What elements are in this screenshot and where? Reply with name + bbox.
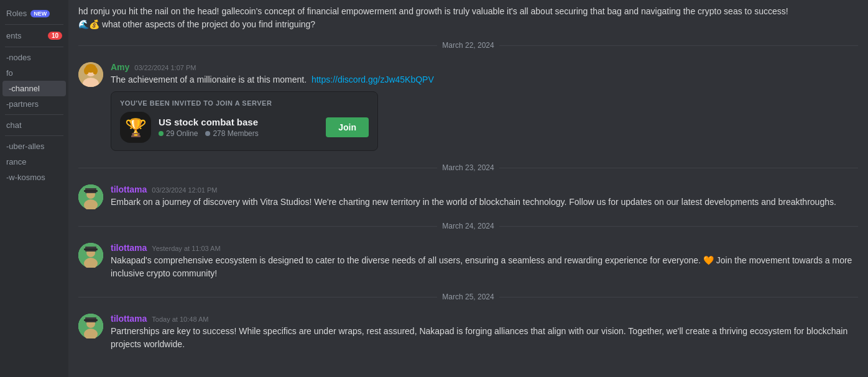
- tilottama2-message-header: tilottama Yesterday at 11:03 AM: [111, 243, 858, 253]
- sidebar-divider-2: [5, 47, 63, 47]
- messages-container[interactable]: hd ronju you hit the nail on the head! g…: [68, 0, 868, 377]
- events-count: 10: [48, 32, 62, 40]
- sidebar-roles[interactable]: Roles NEW: [0, 5, 68, 22]
- svg-rect-23: [84, 319, 98, 321]
- members-count: 278 Members: [213, 129, 258, 138]
- tilottama3-text: Partnerships are key to success! While s…: [111, 325, 858, 351]
- tilottama2-text-part1: Nakapad's comprehensive ecosystem is des…: [111, 255, 701, 265]
- sidebar-divider-4: [5, 135, 63, 136]
- tilottama3-username: tilottama: [111, 314, 147, 324]
- svg-rect-11: [84, 190, 98, 192]
- partial-text: hd ronju you hit the nail on the head! g…: [78, 6, 788, 16]
- tilottama1-username: tilottama: [111, 184, 147, 194]
- server-info: US stock combat base 29 Online 278 Membe…: [159, 117, 318, 138]
- sidebar-item-kosmos[interactable]: -w-kosmos: [0, 170, 68, 185]
- amy-message-text: The achievement of a millionaire is at t…: [111, 73, 858, 86]
- tilottama1-text: Embark on a journey of discovery with Vi…: [111, 196, 858, 209]
- amy-message-header: Amy 03/22/2024 1:07 PM: [111, 62, 858, 72]
- date-divider-march23: March 23, 2024: [78, 163, 858, 172]
- channel-label: -uber-alles: [6, 142, 44, 151]
- tilottama2-message-group: tilottama Yesterday at 11:03 AM Nakapad'…: [78, 240, 858, 283]
- channel-label: rance: [6, 157, 27, 166]
- events-label: ents: [6, 31, 22, 40]
- sidebar-item-nodes[interactable]: -nodes: [0, 50, 68, 65]
- sidebar-item-channel[interactable]: -channel: [2, 81, 66, 96]
- sidebar-item-partners[interactable]: -partners: [0, 96, 68, 112]
- tilottama3-message-content: tilottama Today at 10:48 AM Partnerships…: [111, 314, 858, 351]
- tilottama3-message-header: tilottama Today at 10:48 AM: [111, 314, 858, 324]
- server-name: US stock combat base: [159, 117, 318, 127]
- svg-point-4: [84, 67, 89, 75]
- sidebar-item-chat[interactable]: chat: [0, 117, 68, 133]
- roles-label: Roles: [6, 9, 27, 18]
- date-divider-march22: March 22, 2024: [78, 41, 858, 50]
- online-stat: 29 Online: [159, 129, 198, 138]
- channel-label: -channel: [9, 84, 40, 93]
- amy-text: The achievement of a millionaire is at t…: [111, 75, 307, 84]
- members-stat: 278 Members: [205, 129, 258, 138]
- join-server-button[interactable]: Join: [326, 117, 369, 137]
- tilottama2-emoji: 🧡: [703, 255, 716, 265]
- amy-username: Amy: [111, 62, 129, 72]
- date-divider-march24: March 24, 2024: [78, 222, 858, 230]
- amy-message-content: Amy 03/22/2024 1:07 PM The achievement o…: [111, 62, 858, 151]
- amy-invite-link[interactable]: https://discord.gg/zJw45KbQPV: [312, 75, 434, 84]
- server-icon: 🏆: [120, 112, 151, 143]
- partial-emoji: 🌊💰: [78, 19, 99, 29]
- online-dot: [159, 131, 164, 136]
- invite-card: YOU'VE BEEN INVITED TO JOIN A SERVER 🏆 U…: [111, 91, 378, 151]
- main-content: hd ronju you hit the nail on the head! g…: [68, 0, 868, 377]
- partial-question: what other aspects of the project do you…: [102, 19, 315, 29]
- tilottama2-username: tilottama: [111, 243, 147, 253]
- tilottama2-message-content: tilottama Yesterday at 11:03 AM Nakapad'…: [111, 243, 858, 280]
- svg-point-5: [93, 67, 98, 75]
- channel-label: -nodes: [6, 53, 31, 62]
- amy-message-group: Amy 03/22/2024 1:07 PM The achievement o…: [78, 60, 858, 153]
- tilottama1-timestamp: 03/23/2024 12:01 PM: [152, 186, 217, 194]
- channel-label: -partners: [6, 99, 39, 109]
- online-count: 29 Online: [166, 129, 198, 138]
- tilottama2-timestamp: Yesterday at 11:03 AM: [152, 245, 220, 252]
- date-label: March 22, 2024: [442, 41, 494, 50]
- tilottama3-message-group: tilottama Today at 10:48 AM Partnerships…: [78, 311, 858, 353]
- members-dot: [205, 131, 210, 136]
- tilottama1-avatar: [78, 184, 103, 209]
- sidebar-item-rance[interactable]: rance: [0, 154, 68, 170]
- partial-top-message: hd ronju you hit the nail on the head! g…: [78, 0, 858, 31]
- invite-card-body: 🏆 US stock combat base 29 Online: [120, 112, 369, 143]
- tilottama1-message-header: tilottama 03/23/2024 12:01 PM: [111, 184, 858, 194]
- tilottama1-message-group: tilottama 03/23/2024 12:01 PM Embark on …: [78, 182, 858, 212]
- server-meta: 29 Online 278 Members: [159, 129, 318, 138]
- tilottama2-avatar: [78, 243, 103, 268]
- invite-card-header: YOU'VE BEEN INVITED TO JOIN A SERVER: [120, 99, 369, 107]
- tilottama2-text: Nakapad's comprehensive ecosystem is des…: [111, 254, 858, 280]
- date-divider-march25: March 25, 2024: [78, 293, 858, 301]
- sidebar-item-fo[interactable]: fo: [0, 65, 68, 81]
- tilottama1-message-content: tilottama 03/23/2024 12:01 PM Embark on …: [111, 184, 858, 209]
- date-label: March 25, 2024: [442, 293, 494, 301]
- channel-label: chat: [6, 120, 22, 130]
- channel-label: -w-kosmos: [6, 173, 45, 182]
- sidebar-events[interactable]: ents 10: [0, 27, 68, 44]
- channel-label: fo: [6, 68, 13, 78]
- sidebar: Roles NEW ents 10 -nodes fo -channel -pa…: [0, 0, 68, 377]
- date-label: March 23, 2024: [442, 163, 494, 172]
- amy-avatar: [78, 62, 103, 87]
- sidebar-item-uber-alles[interactable]: -uber-alles: [0, 139, 68, 154]
- roles-new-badge: NEW: [30, 10, 50, 17]
- date-label: March 24, 2024: [442, 222, 494, 230]
- sidebar-divider-1: [5, 24, 63, 25]
- amy-timestamp: 03/22/2024 1:07 PM: [134, 64, 196, 71]
- svg-rect-17: [84, 248, 98, 250]
- tilottama3-timestamp: Today at 10:48 AM: [152, 316, 208, 323]
- sidebar-divider-3: [5, 114, 63, 115]
- tilottama3-avatar: [78, 314, 103, 338]
